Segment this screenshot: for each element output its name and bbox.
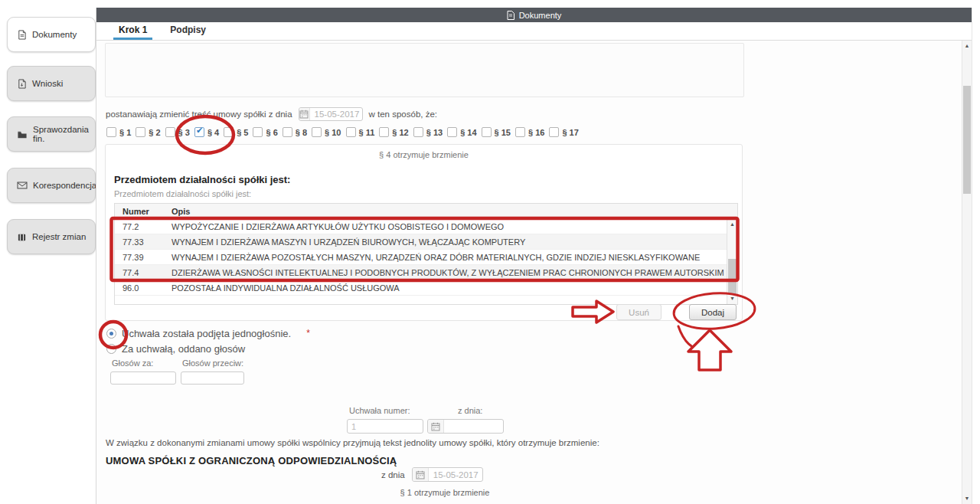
sidebar-item-dokumenty[interactable]: Dokumenty xyxy=(7,17,96,52)
checkbox-icon[interactable] xyxy=(194,127,204,137)
cell-opis: WYPOŻYCZANIE I DZIERŻAWA ARTYKUŁÓW UŻYTK… xyxy=(162,222,727,231)
table-scroll-down-icon[interactable]: ▼ xyxy=(727,295,737,303)
resolution-number-input[interactable] xyxy=(347,419,423,434)
checkbox-label: § 5 xyxy=(237,128,248,137)
checkbox-icon[interactable] xyxy=(346,127,356,137)
paragraph-checkbox-14[interactable]: § 14 xyxy=(447,127,476,137)
checkbox-icon[interactable] xyxy=(165,127,175,137)
radio-icon[interactable] xyxy=(106,329,116,339)
sidebar-item-label: Rejestr zmian xyxy=(32,232,86,241)
paragraph-checkbox-4[interactable]: § 4 xyxy=(194,127,219,137)
cell-numer: 77.39 xyxy=(115,253,162,262)
paragraph-checkbox-11[interactable]: § 11 xyxy=(346,127,375,137)
calendar-icon[interactable] xyxy=(299,108,310,120)
intro-prefix-text: postanawiają zmienić treść umowy spółki … xyxy=(106,110,292,119)
radio-icon[interactable] xyxy=(106,344,116,354)
vote-option-counted[interactable]: Za uchwałą, oddano głosów xyxy=(106,341,310,356)
document-icon xyxy=(17,30,27,40)
checkbox-icon[interactable] xyxy=(283,127,292,137)
tab-krok-1[interactable]: Krok 1 xyxy=(113,22,152,40)
paragraph-checkbox-3[interactable]: § 3 xyxy=(165,127,190,137)
sidebar-item-korespondencja[interactable]: Korespondencja xyxy=(7,168,96,203)
agreement-note: § 1 otrzymuje brzmienie xyxy=(349,488,541,497)
pkd-table-body: 77.2WYPOŻYCZANIE I DZIERŻAWA ARTYKUŁÓW U… xyxy=(115,219,727,304)
window-scrollbar[interactable]: ▲ ▼ xyxy=(962,41,972,504)
checkbox-icon[interactable] xyxy=(136,127,145,137)
sidebar-item-rejestr-zmian[interactable]: Rejestr zmian xyxy=(7,219,96,254)
sidebar-item-label: Sprawozdania fin. xyxy=(33,125,95,143)
checkbox-icon[interactable] xyxy=(106,127,116,137)
checkbox-icon[interactable] xyxy=(549,127,559,137)
table-row[interactable]: 77.39WYNAJEM I DZIERŻAWA POZOSTAŁYCH MAS… xyxy=(115,250,727,265)
table-row[interactable]: 96.0POZOSTAŁA INDYWIDUALNA DZIAŁALNOŚĆ U… xyxy=(115,280,727,296)
window-title: Dokumenty xyxy=(519,11,562,20)
scroll-down-icon[interactable]: ▼ xyxy=(962,494,972,503)
table-scrollbar[interactable]: ▲ ▼ xyxy=(727,219,737,304)
calendar-icon[interactable] xyxy=(413,468,429,481)
paragraph-checkbox-16[interactable]: § 16 xyxy=(515,127,544,137)
paragraph-checkbox-8[interactable]: § 8 xyxy=(283,127,307,137)
paragraph-checkbox-1[interactable]: § 1 xyxy=(106,127,131,137)
sidebar-item-label: Korespondencja xyxy=(33,181,96,190)
add-button[interactable]: Dodaj xyxy=(689,304,737,320)
amend-date-input[interactable]: 15-05-2017 xyxy=(299,107,363,121)
cell-opis: WYNAJEM I DZIERŻAWA POZOSTAŁYCH MASZYN, … xyxy=(162,253,727,262)
checkbox-icon[interactable] xyxy=(379,127,389,137)
envelope-icon xyxy=(17,181,28,190)
vote-options: Uchwała została podjęta jednogłośnie.*Za… xyxy=(106,326,310,356)
table-row[interactable]: 77.4DZIERŻAWA WŁASNOŚCI INTELEKTUALNEJ I… xyxy=(115,265,727,280)
sidebar-item-sprawozdania-fin[interactable]: Sprawozdania fin. xyxy=(7,116,96,152)
paragraph-checkbox-10[interactable]: § 10 xyxy=(312,127,341,137)
checkbox-icon[interactable] xyxy=(253,127,263,137)
scroll-up-icon[interactable]: ▲ xyxy=(962,41,972,51)
table-row[interactable]: 77.2WYPOŻYCZANIE I DZIERŻAWA ARTYKUŁÓW U… xyxy=(115,219,727,234)
checkbox-icon[interactable] xyxy=(413,127,423,137)
document-text-area[interactable] xyxy=(105,43,744,97)
window-scrollbar-thumb[interactable] xyxy=(963,86,971,194)
checkbox-icon[interactable] xyxy=(447,127,457,137)
sidebar-item-wnioski[interactable]: Wnioski xyxy=(7,66,96,101)
paragraph-checkbox-15[interactable]: § 15 xyxy=(482,127,511,137)
cell-opis: POZOSTAŁA INDYWIDUALNA DZIAŁALNOŚĆ USŁUG… xyxy=(162,283,727,293)
agreement-date-value: 15-05-2017 xyxy=(429,470,482,479)
resolution-date-label: z dnia: xyxy=(458,406,482,415)
activity-heading: Przedmiotem działalności spółki jest: xyxy=(114,174,290,185)
intro-suffix-text: w ten sposób, że: xyxy=(369,110,438,119)
table-row[interactable]: 77.33WYNAJEM I DZIERŻAWA MASZYN I URZĄDZ… xyxy=(115,234,727,250)
checkbox-icon[interactable] xyxy=(224,127,234,137)
agreement-title: UMOWA SPÓŁKI Z OGRANICZONĄ ODPOWIEDZIALN… xyxy=(106,455,397,466)
paragraph-checkbox-12[interactable]: § 12 xyxy=(379,127,408,137)
checkbox-label: § 12 xyxy=(392,128,408,137)
cell-numer: 77.4 xyxy=(115,268,162,277)
remove-button[interactable]: Usuń xyxy=(616,304,662,320)
document-icon xyxy=(507,11,514,20)
checkbox-icon[interactable] xyxy=(312,127,322,137)
application-icon xyxy=(17,79,27,89)
checkbox-label: § 14 xyxy=(460,128,476,137)
checkbox-label: § 11 xyxy=(359,128,375,137)
checkbox-label: § 2 xyxy=(149,128,160,137)
paragraph-checkbox-13[interactable]: § 13 xyxy=(413,127,443,137)
votes-against-label: Głosów przeciw: xyxy=(182,358,243,368)
table-scrollbar-thumb[interactable] xyxy=(728,259,737,294)
vote-option-label: Uchwała została podjęta jednogłośnie. xyxy=(122,328,291,339)
votes-against-input[interactable] xyxy=(181,371,244,385)
table-scroll-up-icon[interactable]: ▲ xyxy=(727,221,737,228)
activity-subheading: Przedmiotem działalności spółki jest: xyxy=(114,189,251,198)
checkbox-icon[interactable] xyxy=(515,127,525,137)
column-header-opis: Opis xyxy=(162,207,737,216)
calendar-icon[interactable] xyxy=(428,420,444,433)
tab-bar: Krok 1Podpisy xyxy=(96,22,972,41)
vote-option-unanimous[interactable]: Uchwała została podjęta jednogłośnie.* xyxy=(106,326,310,341)
paragraph-checkbox-5[interactable]: § 5 xyxy=(224,127,248,137)
tab-podpisy[interactable]: Podpisy xyxy=(165,22,211,40)
paragraph-checkbox-2[interactable]: § 2 xyxy=(136,127,160,137)
resolution-date-input[interactable] xyxy=(427,419,504,434)
checkbox-icon[interactable] xyxy=(482,127,492,137)
agreement-date-input[interactable]: 15-05-2017 xyxy=(412,467,483,482)
cell-numer: 77.2 xyxy=(115,222,162,231)
paragraph-checkbox-17[interactable]: § 17 xyxy=(549,127,578,137)
folder-icon xyxy=(17,129,28,139)
votes-for-input[interactable] xyxy=(110,371,176,385)
paragraph-checkbox-6[interactable]: § 6 xyxy=(253,127,277,137)
